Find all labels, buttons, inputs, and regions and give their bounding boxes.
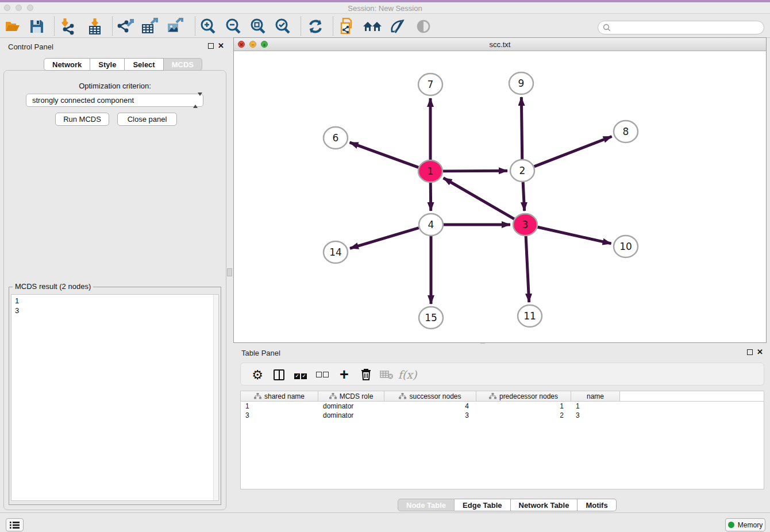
tab-motifs[interactable]: Motifs xyxy=(578,499,616,511)
mcds-result-list[interactable]: 1 3 xyxy=(11,294,219,501)
zoom-out-icon[interactable] xyxy=(223,16,244,37)
add-column-icon[interactable]: + xyxy=(335,365,353,384)
save-session-icon[interactable] xyxy=(26,16,47,37)
mcds-panel: Optimization criterion: strongly connect… xyxy=(3,70,226,510)
list-icon xyxy=(10,521,20,529)
table-toolbar: ⚙ ✓✓ + f(x) xyxy=(240,363,764,385)
network-title: scc.txt xyxy=(234,40,766,49)
mcds-result-line: 3 xyxy=(15,306,218,315)
graph-node-9[interactable]: 9 xyxy=(509,72,533,94)
svg-text:3: 3 xyxy=(522,219,529,230)
main-toolbar xyxy=(0,14,770,38)
zoom-fit-icon[interactable] xyxy=(248,16,268,37)
tab-node-table[interactable]: Node Table xyxy=(398,499,455,511)
hide-selected-icon[interactable] xyxy=(413,16,434,37)
graph-edge-1-6[interactable] xyxy=(350,142,419,167)
show-columns-icon[interactable] xyxy=(270,365,288,384)
table-panel-close-icon[interactable]: ✕ xyxy=(757,348,763,356)
graph-node-4[interactable]: 4 xyxy=(419,214,443,236)
cell-mcds-role: dominator xyxy=(318,402,384,411)
export-network-icon[interactable] xyxy=(115,16,136,37)
search-field[interactable] xyxy=(598,21,764,34)
control-panel-float-icon[interactable] xyxy=(208,43,214,49)
graph-edge-2-8[interactable] xyxy=(534,136,612,166)
graph-edge-3-1[interactable] xyxy=(444,178,514,219)
table-panel-title: Table Panel xyxy=(241,349,280,357)
delete-column-icon[interactable] xyxy=(378,365,396,384)
graph-node-7[interactable]: 7 xyxy=(418,74,442,95)
table-settings-gear-icon[interactable]: ⚙ xyxy=(248,365,267,384)
network-graph-canvas[interactable]: 7968124314101511 xyxy=(234,51,766,342)
tab-select[interactable]: Select xyxy=(125,58,163,71)
network-view-window: ✕ − ＋ scc.txt 7968124314101511 xyxy=(233,37,767,343)
import-network-icon[interactable] xyxy=(57,16,78,37)
graph-edge-4-14[interactable] xyxy=(350,228,419,249)
column-header-shared-name[interactable]: shared name xyxy=(241,391,318,401)
delete-rows-trash-icon[interactable] xyxy=(357,365,375,384)
table-row[interactable]: 3 dominator 3 2 3 xyxy=(241,411,764,420)
graph-node-10[interactable]: 10 xyxy=(614,236,638,257)
open-file-icon[interactable] xyxy=(2,16,23,37)
column-header-mcds-role[interactable]: MCDS role xyxy=(318,391,384,401)
graph-edge-2-9[interactable] xyxy=(521,97,522,159)
svg-text:1: 1 xyxy=(428,165,434,177)
svg-text:14: 14 xyxy=(329,246,342,258)
column-header-predecessor-nodes[interactable]: predecessor nodes xyxy=(476,391,571,401)
import-table-icon[interactable] xyxy=(84,16,105,37)
column-header-successor-nodes[interactable]: successor nodes xyxy=(384,391,476,401)
export-image-icon[interactable] xyxy=(165,16,186,37)
run-mcds-button[interactable]: Run MCDS xyxy=(55,113,109,126)
close-panel-button[interactable]: Close panel xyxy=(117,113,177,126)
graph-node-6[interactable]: 6 xyxy=(324,127,348,149)
graph-node-11[interactable]: 11 xyxy=(518,305,542,327)
apply-style-icon[interactable] xyxy=(387,16,408,37)
table-panel-float-icon[interactable] xyxy=(747,349,753,355)
toolbar-separator xyxy=(301,17,301,36)
memory-button[interactable]: Memory xyxy=(725,518,765,531)
task-history-button[interactable] xyxy=(6,518,24,531)
graph-edge-3-11[interactable] xyxy=(526,236,529,302)
cell-shared-name: 3 xyxy=(241,411,318,420)
cell-name: 1 xyxy=(571,402,620,411)
table-row[interactable]: 1 dominator 4 1 1 xyxy=(241,402,764,411)
vertical-splitter-grip[interactable] xyxy=(227,268,232,276)
control-panel-close-icon[interactable]: ✕ xyxy=(218,41,224,50)
graph-edge-2-3[interactable] xyxy=(523,182,524,211)
column-type-icon xyxy=(489,393,496,399)
search-input[interactable] xyxy=(613,24,764,32)
graph-node-15[interactable]: 15 xyxy=(419,307,443,329)
select-all-columns-icon[interactable]: ✓✓ xyxy=(291,365,310,384)
graph-node-3[interactable]: 3 xyxy=(513,214,537,236)
column-header-filler xyxy=(620,391,764,401)
cell-mcds-role: dominator xyxy=(318,411,384,420)
column-header-name[interactable]: name xyxy=(571,391,620,401)
refresh-view-icon[interactable] xyxy=(305,16,326,37)
tab-style[interactable]: Style xyxy=(90,58,125,71)
zoom-in-icon[interactable] xyxy=(198,16,218,37)
graph-node-14[interactable]: 14 xyxy=(324,241,348,263)
graph-node-8[interactable]: 8 xyxy=(614,121,638,142)
svg-text:7: 7 xyxy=(428,79,434,90)
graph-edge-3-10[interactable] xyxy=(537,227,611,244)
tab-mcds[interactable]: MCDS xyxy=(164,58,202,71)
node-table-header: shared name MCDS role successor nodes pr… xyxy=(240,391,764,402)
status-bar: Memory xyxy=(0,512,770,532)
column-label: predecessor nodes xyxy=(499,392,558,400)
svg-text:8: 8 xyxy=(623,126,629,137)
zoom-selected-icon[interactable] xyxy=(272,16,293,37)
graph-edge-1-2[interactable] xyxy=(443,171,507,171)
deselect-all-columns-icon[interactable] xyxy=(313,365,332,384)
show-all-networks-icon[interactable] xyxy=(362,16,383,37)
result-scrollbar[interactable] xyxy=(213,295,218,500)
criterion-select[interactable]: strongly connected component xyxy=(26,94,203,107)
graph-node-2[interactable]: 2 xyxy=(510,160,534,182)
function-builder-icon[interactable]: f(x) xyxy=(398,365,417,384)
tab-network-table[interactable]: Network Table xyxy=(511,499,578,511)
column-label: MCDS role xyxy=(340,392,374,400)
tab-network[interactable]: Network xyxy=(44,58,90,71)
tab-edge-table[interactable]: Edge Table xyxy=(455,499,510,511)
graph-node-1[interactable]: 1 xyxy=(418,160,442,182)
export-table-icon[interactable] xyxy=(140,16,160,37)
copy-network-icon[interactable] xyxy=(337,16,357,37)
toolbar-separator xyxy=(333,17,333,36)
